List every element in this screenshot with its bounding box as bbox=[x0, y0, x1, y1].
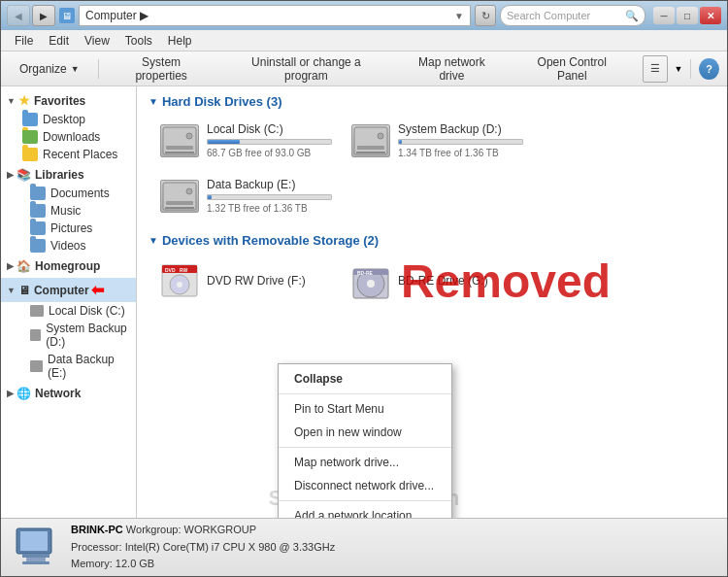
sidebar-item-downloads[interactable]: Downloads bbox=[1, 128, 136, 146]
favorites-arrow: ▼ bbox=[7, 96, 16, 106]
menu-view[interactable]: View bbox=[77, 32, 117, 50]
drive-d[interactable]: System Backup (D:) 1.34 TB free of 1.36 … bbox=[347, 119, 527, 162]
drive-e[interactable]: Data Backup (E:) 1.32 TB free of 1.36 TB bbox=[156, 174, 336, 218]
drive-e-icon bbox=[160, 180, 199, 213]
view-chevron[interactable]: ▼ bbox=[674, 64, 682, 74]
ctx-sep-3 bbox=[279, 500, 451, 501]
downloads-folder-icon bbox=[22, 130, 38, 144]
removable-section-label: Devices with Removable Storage (2) bbox=[162, 233, 379, 248]
toolbar-separator-2 bbox=[690, 59, 691, 79]
drive-g[interactable]: BD-RE BD-RE Drive (G:) bbox=[347, 257, 527, 304]
sidebar-item-desktop[interactable]: Desktop bbox=[1, 111, 136, 128]
toolbar: Organize ▼ System properties Uninstall o… bbox=[1, 51, 727, 86]
svg-rect-22 bbox=[22, 554, 50, 558]
sidebar-item-pictures[interactable]: Pictures bbox=[1, 220, 136, 237]
drive-d-name: System Backup (D:) bbox=[398, 122, 523, 136]
ctx-open-new[interactable]: Open in new window bbox=[279, 421, 451, 444]
drive-f[interactable]: DVD RW DVD RW Drive (F:) bbox=[156, 257, 336, 304]
open-control-panel-button[interactable]: Open Control Panel bbox=[513, 55, 631, 83]
drive-c-fill bbox=[208, 140, 240, 144]
sidebar-item-music[interactable]: Music bbox=[1, 202, 136, 220]
computer-arrow-indicator: ⬅ bbox=[91, 281, 104, 299]
title-bar: ◀ ▶ 🖥 Computer ▶ ▼ ↻ Search Computer 🔍 ─… bbox=[1, 1, 727, 30]
hard-disk-section-title[interactable]: ▼ Hard Disk Drives (3) bbox=[149, 94, 715, 109]
map-network-button[interactable]: Map network drive bbox=[396, 55, 507, 83]
menu-help[interactable]: Help bbox=[160, 32, 200, 50]
drive-e-info: Data Backup (E:) 1.32 TB free of 1.36 TB bbox=[207, 178, 332, 214]
network-section: ▶ 🌐 Network bbox=[1, 384, 136, 403]
pictures-folder-icon bbox=[30, 221, 46, 235]
maximize-button[interactable]: □ bbox=[677, 7, 698, 24]
organize-button[interactable]: Organize ▼ bbox=[9, 55, 90, 83]
svg-point-5 bbox=[378, 133, 383, 139]
system-properties-button[interactable]: System properties bbox=[107, 55, 216, 83]
recent-places-folder-icon bbox=[22, 148, 38, 161]
sidebar-item-videos[interactable]: Videos bbox=[1, 237, 136, 255]
search-icon[interactable]: 🔍 bbox=[625, 10, 639, 22]
sidebar: ▼ ★ Favorites Desktop Downloads Recent P… bbox=[1, 86, 137, 518]
ctx-map-network[interactable]: Map network drive... bbox=[279, 451, 451, 474]
menu-file[interactable]: File bbox=[7, 32, 41, 50]
desktop-folder-icon bbox=[22, 113, 38, 126]
homegroup-icon: 🏠 bbox=[17, 259, 31, 273]
removable-collapse-arrow: ▼ bbox=[149, 235, 158, 246]
ctx-pin[interactable]: Pin to Start Menu bbox=[279, 397, 451, 421]
search-placeholder: Search Computer bbox=[507, 10, 621, 21]
drive-c-bar bbox=[207, 139, 332, 145]
close-button[interactable]: ✕ bbox=[700, 7, 721, 24]
drive-d-icon bbox=[351, 124, 390, 157]
homegroup-header[interactable]: ▶ 🏠 Homegroup bbox=[1, 256, 136, 276]
toolbar-separator-1 bbox=[98, 59, 99, 79]
computer-header[interactable]: ▼ 🖥 Computer ⬅ bbox=[1, 278, 136, 302]
uninstall-button[interactable]: Uninstall or change a program bbox=[222, 55, 391, 83]
view-button[interactable]: ☰ bbox=[643, 55, 669, 83]
homegroup-section: ▶ 🏠 Homegroup bbox=[1, 256, 136, 276]
address-bar[interactable]: Computer ▶ ▼ bbox=[79, 5, 471, 26]
svg-rect-3 bbox=[354, 127, 387, 154]
computer-section: ▼ 🖥 Computer ⬅ Local Disk (C:) System Ba… bbox=[1, 278, 136, 382]
drive-c-info: Local Disk (C:) 68.7 GB free of 93.0 GB bbox=[207, 122, 332, 158]
hard-drives-grid: Local Disk (C:) 68.7 GB free of 93.0 GB bbox=[149, 119, 715, 218]
address-text: Computer ▶ bbox=[85, 9, 450, 22]
help-button[interactable]: ? bbox=[699, 58, 719, 80]
removable-section-title[interactable]: ▼ Devices with Removable Storage (2) bbox=[149, 233, 715, 248]
drive-d-size: 1.34 TB free of 1.36 TB bbox=[398, 148, 523, 158]
sidebar-item-data-backup[interactable]: Data Backup (E:) bbox=[1, 351, 136, 382]
status-hostname: BRINK-PC bbox=[71, 524, 123, 535]
back-button[interactable]: ◀ bbox=[7, 5, 30, 26]
drive-c-icon bbox=[160, 124, 199, 157]
ctx-collapse[interactable]: Collapse bbox=[279, 367, 451, 390]
removable-drives-grid: DVD RW DVD RW Drive (F:) bbox=[149, 257, 715, 304]
drive-g-info: BD-RE Drive (G:) bbox=[398, 274, 523, 288]
ctx-sep-2 bbox=[279, 447, 451, 448]
sidebar-item-system-backup[interactable]: System Backup (D:) bbox=[1, 320, 136, 351]
favorites-header[interactable]: ▼ ★ Favorites bbox=[1, 90, 136, 111]
sidebar-item-documents[interactable]: Documents bbox=[1, 185, 136, 202]
hdd-section-label: Hard Disk Drives (3) bbox=[162, 94, 282, 109]
forward-button[interactable]: ▶ bbox=[32, 5, 55, 26]
minimize-button[interactable]: ─ bbox=[653, 7, 675, 24]
drive-c[interactable]: Local Disk (C:) 68.7 GB free of 93.0 GB bbox=[156, 119, 336, 162]
drive-e-size: 1.32 TB free of 1.36 TB bbox=[207, 203, 332, 214]
refresh-button[interactable]: ↻ bbox=[475, 5, 496, 26]
libraries-header[interactable]: ▶ 📚 Libraries bbox=[1, 165, 136, 185]
drive-g-name: BD-RE Drive (G:) bbox=[398, 274, 523, 288]
network-header[interactable]: ▶ 🌐 Network bbox=[1, 384, 136, 403]
desktop-label: Desktop bbox=[43, 113, 85, 126]
sidebar-item-local-disk[interactable]: Local Disk (C:) bbox=[1, 302, 136, 320]
menu-bar: File Edit View Tools Help bbox=[1, 30, 727, 51]
status-computer-icon bbox=[13, 525, 59, 571]
sidebar-item-recent-places[interactable]: Recent Places bbox=[1, 146, 136, 163]
ctx-disconnect[interactable]: Disconnect network drive... bbox=[279, 474, 451, 497]
svg-rect-1 bbox=[166, 146, 193, 150]
drive-d-info: System Backup (D:) 1.34 TB free of 1.36 … bbox=[398, 122, 523, 158]
ctx-add-location[interactable]: Add a network location bbox=[279, 504, 451, 518]
address-chevron: ▼ bbox=[454, 11, 464, 21]
menu-tools[interactable]: Tools bbox=[117, 32, 160, 50]
drive-f-icon: DVD RW bbox=[160, 261, 199, 300]
context-menu: Collapse Pin to Start Menu Open in new w… bbox=[278, 363, 452, 518]
search-box[interactable]: Search Computer 🔍 bbox=[500, 5, 645, 26]
network-arrow: ▶ bbox=[7, 389, 14, 398]
menu-edit[interactable]: Edit bbox=[41, 32, 77, 50]
videos-label: Videos bbox=[50, 239, 85, 253]
